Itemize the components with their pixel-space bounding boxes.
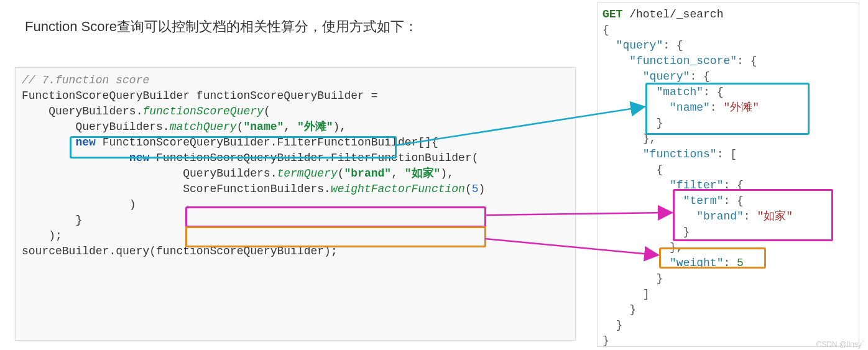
watermark: CSDN @linsy` bbox=[816, 340, 864, 349]
string-literal: "name" bbox=[243, 121, 284, 133]
json-key: "query" bbox=[643, 70, 690, 83]
keyword-new: new bbox=[75, 136, 95, 149]
code-text bbox=[22, 136, 75, 149]
paren: ), bbox=[333, 121, 347, 133]
brace: { bbox=[603, 24, 609, 36]
indent bbox=[603, 210, 696, 223]
code-line: FunctionScoreQueryBuilder functionScoreQ… bbox=[22, 90, 378, 102]
json-key: "match" bbox=[656, 86, 703, 98]
page-title: Function Score查询可以控制文档的相关性算分，使用方式如下： bbox=[25, 17, 418, 36]
json-key: "query" bbox=[616, 39, 663, 52]
code-text: ( bbox=[264, 105, 270, 117]
number-literal: 5 bbox=[472, 183, 479, 195]
code-text bbox=[22, 152, 129, 164]
json-key: "filter" bbox=[670, 179, 723, 191]
paren: ), bbox=[440, 167, 454, 180]
code-text: QueryBuilders. bbox=[22, 167, 277, 180]
comma: , bbox=[284, 121, 297, 133]
keyword-new: new bbox=[129, 152, 149, 164]
brace: } bbox=[603, 226, 690, 238]
json-key: "term" bbox=[683, 195, 724, 207]
indent bbox=[603, 101, 670, 114]
code-line: sourceBuilder.query(functionScoreQueryBu… bbox=[22, 245, 338, 257]
colon-brace: : { bbox=[723, 195, 743, 207]
code-comment: // 7.function score bbox=[22, 74, 149, 86]
page: Function Score查询可以控制文档的相关性算分，使用方式如下： // … bbox=[0, 0, 868, 350]
java-code: // 7.function score FunctionScoreQueryBu… bbox=[16, 68, 575, 264]
json-key: "function_score" bbox=[629, 55, 737, 67]
string-literal: "外滩" bbox=[297, 121, 333, 133]
http-method: GET bbox=[603, 8, 622, 21]
code-text: FunctionScoreQueryBuilder.FilterFunction… bbox=[96, 136, 438, 149]
paren: ) bbox=[479, 183, 486, 195]
json-string: "如家" bbox=[757, 210, 793, 223]
indent bbox=[603, 148, 643, 160]
code-text: QueryBuilders. bbox=[22, 105, 142, 117]
http-path: /hotel/_search bbox=[622, 8, 723, 21]
code-line: ) bbox=[22, 198, 136, 211]
json-key: "brand" bbox=[696, 210, 744, 223]
json-key: "name" bbox=[670, 101, 710, 114]
code-line: ); bbox=[22, 229, 62, 242]
method-call: matchQuery bbox=[170, 121, 237, 133]
json-key: "functions" bbox=[643, 148, 717, 160]
brace: } bbox=[603, 334, 609, 347]
method-call: weightFactorFunction bbox=[331, 183, 465, 195]
java-code-block: // 7.function score FunctionScoreQueryBu… bbox=[15, 67, 576, 341]
colon-brace: : { bbox=[663, 39, 683, 52]
brace: }, bbox=[603, 132, 656, 145]
colon-brace: : { bbox=[703, 86, 723, 98]
brace: { bbox=[603, 163, 663, 176]
brace: } bbox=[603, 272, 663, 285]
code-text: FunctionScoreQueryBuilder.FilterFunction… bbox=[149, 152, 478, 164]
bracket: ] bbox=[603, 288, 650, 300]
json-number: 5 bbox=[737, 257, 744, 269]
json-code-block: GET /hotel/_search { "query": { "functio… bbox=[597, 2, 859, 347]
indent bbox=[603, 257, 670, 269]
method-call: functionScoreQuery bbox=[142, 105, 263, 117]
paren: ( bbox=[237, 121, 244, 133]
indent bbox=[603, 86, 656, 98]
json-code: GET /hotel/_search { "query": { "functio… bbox=[598, 3, 859, 350]
code-line: } bbox=[22, 214, 82, 226]
code-text: QueryBuilders. bbox=[22, 121, 170, 133]
brace: } bbox=[603, 117, 663, 129]
indent bbox=[603, 39, 616, 52]
json-string: "外滩" bbox=[723, 101, 759, 114]
json-key: "weight" bbox=[670, 257, 723, 269]
indent bbox=[603, 55, 629, 67]
brace: }, bbox=[603, 241, 683, 254]
colon-brace: : { bbox=[737, 55, 757, 67]
colon: : bbox=[710, 101, 724, 114]
brace: } bbox=[603, 303, 636, 316]
code-text: ScoreFunctionBuilders. bbox=[22, 183, 331, 195]
string-literal: "brand" bbox=[344, 167, 392, 180]
paren: ( bbox=[338, 167, 344, 180]
colon-brace: : { bbox=[690, 70, 709, 83]
paren: ( bbox=[465, 183, 472, 195]
comma: , bbox=[391, 167, 405, 180]
indent bbox=[603, 179, 670, 191]
string-literal: "如家" bbox=[405, 167, 441, 180]
colon: : bbox=[744, 210, 757, 223]
indent bbox=[603, 195, 683, 207]
colon: : bbox=[723, 257, 737, 269]
colon-bracket: : [ bbox=[717, 148, 737, 160]
method-call: termQuery bbox=[277, 167, 337, 180]
indent bbox=[603, 70, 643, 83]
colon-brace: : { bbox=[723, 179, 743, 191]
brace: } bbox=[603, 319, 622, 331]
